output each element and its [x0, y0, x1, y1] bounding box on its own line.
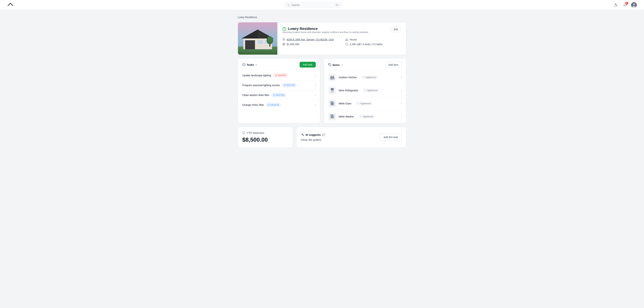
- breadcrumb: Lowry Residence: [238, 16, 406, 19]
- specs-item: 3,200 sqft | 4 beds | 3.5 baths: [345, 43, 401, 46]
- tasks-title[interactable]: Tasks →: [242, 63, 258, 66]
- items-title[interactable]: Items →: [328, 63, 343, 66]
- item-tag: Appliances: [356, 102, 373, 105]
- item-row[interactable]: Miele Dryer Appliances ›: [324, 97, 406, 110]
- ytd-title: YTD expenses: [246, 131, 264, 134]
- items-card: Items → Add item Outdoor Kitchen: [324, 58, 406, 123]
- task-date-badge: 04/13/25: [266, 103, 280, 107]
- svg-point-47: [334, 89, 334, 89]
- chevron-right-icon: ›: [401, 76, 402, 79]
- svg-point-17: [267, 36, 272, 43]
- search-input[interactable]: [291, 3, 334, 6]
- svg-point-39: [331, 76, 332, 76]
- item-thumbnail: [328, 73, 336, 81]
- task-item[interactable]: Clean washer drain filter 03/17/25 ›: [238, 90, 320, 100]
- property-card: Lowry Residence Stunning modern home wit…: [238, 22, 406, 55]
- task-name: Clean washer drain filter: [242, 94, 269, 96]
- chevron-right-icon: ›: [401, 102, 402, 105]
- add-item-button[interactable]: Add item: [385, 62, 402, 68]
- location-icon: [282, 38, 285, 41]
- search-icon: [287, 3, 290, 6]
- ai-title: AI suggests: [306, 133, 321, 136]
- chevron-right-icon: ›: [401, 115, 402, 118]
- info-icon: [345, 43, 348, 46]
- item-left: Miele Dryer Appliances: [328, 100, 373, 107]
- chevron-right-icon: ›: [315, 94, 316, 96]
- property-image: [238, 22, 278, 55]
- svg-point-61: [330, 115, 331, 115]
- property-specs: 3,200 sqft | 4 beds | 3.5 baths: [350, 43, 382, 46]
- property-title: Lowry Residence: [288, 27, 318, 31]
- task-item[interactable]: Program seasonal lighting scenes 03/17/2…: [238, 80, 320, 90]
- ai-content: AI suggests Clean the gutters: [301, 133, 325, 141]
- search-bar[interactable]: ⌘K: [284, 2, 342, 8]
- item-left: Miele Washer Appliances: [328, 113, 375, 120]
- tasks-list: Update landscape lighting 02/16/25 › Pro…: [238, 70, 320, 110]
- task-left: Change HVAC filter 04/13/25: [242, 103, 280, 107]
- item-name: Outdoor Kitchen: [339, 76, 357, 79]
- refresh-icon[interactable]: [322, 133, 325, 136]
- task-item[interactable]: Update landscape lighting 02/16/25 ›: [238, 70, 320, 80]
- building-icon: [282, 27, 286, 31]
- ai-sparkle-icon: [301, 133, 304, 136]
- svg-point-3: [633, 3, 635, 5]
- svg-point-31: [329, 64, 329, 64]
- svg-point-40: [333, 76, 334, 76]
- ai-header: AI suggests: [301, 133, 325, 136]
- item-thumbnail: [328, 86, 336, 94]
- tasks-card: Tasks → Add task Update landscape lighti…: [238, 58, 320, 123]
- svg-rect-34: [330, 77, 334, 77]
- tag-icon: [328, 63, 332, 66]
- notifications-button[interactable]: 5: [622, 2, 628, 8]
- nav-actions: 5: [612, 2, 637, 8]
- logo[interactable]: [7, 2, 14, 8]
- add-task-button[interactable]: Add task: [300, 62, 316, 67]
- edit-button[interactable]: Edit: [391, 27, 401, 32]
- item-name: Miele Washer: [339, 115, 354, 118]
- item-tag: Appliances: [361, 76, 378, 79]
- svg-point-53: [332, 103, 333, 104]
- task-left: Update landscape lighting 02/16/25: [242, 73, 288, 77]
- svg-point-60: [332, 116, 333, 117]
- type-item: House: [345, 38, 401, 41]
- item-row[interactable]: Wine Refrigerator Appliances ›: [324, 84, 406, 97]
- ai-button[interactable]: [612, 2, 619, 8]
- address-link[interactable]: 8250 E 29th Ave, Denver, CO 80238, USA: [287, 38, 334, 41]
- avatar[interactable]: [631, 2, 637, 8]
- task-date-badge: 03/17/25: [272, 93, 286, 97]
- add-this-task-button[interactable]: Add this task: [380, 134, 402, 141]
- info-circle-icon: [242, 131, 245, 134]
- chevron-right-icon: ›: [315, 84, 316, 87]
- address-item: 8250 E 29th Ave, Denver, CO 80238, USA: [282, 38, 338, 41]
- item-tag: Appliances: [358, 115, 375, 118]
- ytd-amount: $8,500.00: [242, 136, 288, 143]
- task-left: Clean washer drain filter 03/17/25: [242, 93, 286, 97]
- ai-suggestion: Clean the gutters: [301, 138, 325, 141]
- svg-point-0: [288, 4, 289, 5]
- property-type: House: [350, 38, 357, 41]
- chevron-right-icon: ›: [401, 89, 402, 92]
- check-circle-icon: [242, 63, 246, 66]
- price-item: $1,850,000: [282, 43, 338, 46]
- ytd-card: YTD expenses $8,500.00: [238, 127, 293, 148]
- main-grid: Tasks → Add task Update landscape lighti…: [238, 58, 406, 123]
- task-date-badge: 03/17/25: [282, 83, 296, 87]
- svg-point-21: [284, 39, 284, 39]
- property-meta: 8250 E 29th Ave, Denver, CO 80238, USA H…: [282, 38, 401, 46]
- tasks-header: Tasks → Add task: [238, 58, 320, 70]
- svg-point-54: [330, 102, 331, 102]
- task-item[interactable]: Change HVAC filter 04/13/25 ›: [238, 100, 320, 110]
- svg-point-48: [334, 91, 334, 91]
- property-photo: [238, 22, 278, 55]
- dollar-icon: [282, 43, 285, 46]
- item-row[interactable]: Outdoor Kitchen Appliances ›: [324, 71, 406, 84]
- svg-rect-46: [332, 90, 332, 92]
- item-row[interactable]: Miele Washer Appliances ›: [324, 110, 406, 123]
- task-name: Update landscape lighting: [242, 74, 271, 77]
- page-container: Lowry Residence: [234, 10, 410, 153]
- task-date-badge: 02/16/25: [273, 73, 288, 77]
- search-shortcut: ⌘K: [336, 4, 339, 6]
- top-navigation: ⌘K 5: [0, 0, 644, 10]
- task-name: Change HVAC filter: [242, 103, 264, 106]
- clock-icon: [275, 74, 277, 76]
